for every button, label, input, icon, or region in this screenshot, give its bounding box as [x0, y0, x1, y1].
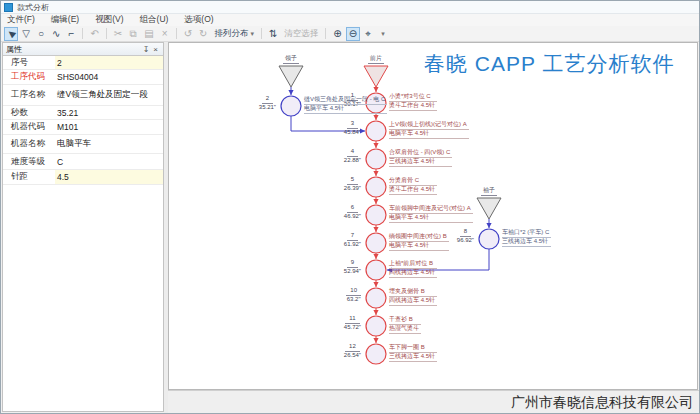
process-node-3[interactable]	[366, 121, 386, 141]
node-text-label: 埋夹及侧骨 B四线拷边车 4.5针	[389, 288, 437, 306]
property-value[interactable]: 4.5	[55, 170, 163, 184]
node-text-label: 车下脚一圈 B三线拷边车 4.5针	[389, 344, 437, 362]
pan-button[interactable]: ⌖	[361, 27, 375, 41]
status-strip: 广州市春晓信息科技有限公司	[168, 390, 699, 413]
source-triangle-src-sleeve[interactable]	[477, 198, 501, 219]
property-label: 工序代码	[3, 71, 55, 83]
process-node-5[interactable]	[366, 177, 386, 197]
arrange-dropdown-label: 排列分布	[214, 28, 248, 40]
undo-button[interactable]: ↶	[87, 27, 101, 41]
property-value[interactable]: 电脑平车	[55, 135, 163, 153]
node-seq-time-label: 761.92"	[344, 232, 361, 248]
property-row-2: 工序代码SHS04004	[3, 70, 163, 85]
property-value[interactable]: 2	[55, 56, 163, 69]
rotate-left-icon: ↺	[184, 29, 192, 39]
paste-button[interactable]: ▤	[141, 27, 156, 41]
rotate-left-button[interactable]: ↺	[181, 27, 195, 41]
property-label: 机器名称	[3, 138, 55, 150]
properties-panel-title: 属性	[6, 44, 141, 55]
company-name: 广州市春晓信息科技有限公司	[511, 394, 693, 412]
property-value[interactable]: M101	[55, 120, 163, 134]
property-row-7: 难度等级C	[3, 154, 163, 170]
process-node-6[interactable]	[366, 205, 386, 225]
node-text-label: 干查衫 B热湿气烫斗	[389, 316, 421, 334]
source-triangle-src-front[interactable]	[364, 66, 388, 87]
process-node-12[interactable]	[366, 344, 386, 364]
circle-tool-button[interactable]: ○	[34, 27, 48, 41]
properties-panel-header: 属性 ↧ ×	[3, 43, 163, 56]
process-node-4[interactable]	[366, 149, 386, 169]
elbow-line-icon: ⌐	[68, 29, 74, 39]
toolbar-separator	[261, 28, 262, 39]
toolbar-separator	[82, 28, 83, 39]
node-seq-time-label: 646.92"	[344, 204, 361, 220]
arrowhead-icon	[373, 227, 378, 232]
process-node-7[interactable]	[366, 233, 386, 253]
arrowhead-icon	[486, 223, 491, 228]
select-tool-button[interactable]: ◀	[4, 27, 18, 41]
node-seq-time-label: 952.94"	[344, 259, 361, 275]
property-value[interactable]: 缝V领三角处及固定一段	[55, 85, 163, 105]
delete-button[interactable]: ×	[158, 27, 172, 41]
menu-item-2[interactable]: 编辑(E)	[49, 14, 81, 26]
source-label: 袖子	[481, 186, 497, 196]
toolbar-separator	[325, 28, 326, 39]
property-value[interactable]: SHS04004	[55, 70, 163, 84]
property-value[interactable]: 35.21	[55, 106, 163, 119]
property-value[interactable]: C	[55, 154, 163, 169]
arrowhead-icon	[373, 171, 378, 176]
node-seq-time-label: 345.84"	[344, 120, 361, 136]
node-seq-time-label: 896.92"	[457, 228, 474, 244]
node-seq-time-label: 526.39"	[344, 176, 361, 192]
menu-item-3[interactable]: 视图(V)	[93, 14, 125, 26]
scissors-icon: ✂	[114, 29, 122, 39]
arrowhead-icon	[373, 254, 378, 259]
zoom-in-button[interactable]: ⊕	[330, 27, 344, 41]
property-label: 机器代码	[3, 121, 55, 133]
property-row-3: 工序名称缝V领三角处及固定一段	[3, 85, 163, 106]
cut-button[interactable]: ✂	[111, 27, 125, 41]
undo-icon: ↶	[90, 29, 98, 39]
pin-icon[interactable]: ↧	[141, 45, 152, 54]
property-row-6: 机器名称电脑平车	[3, 135, 163, 154]
caret-down-icon: ▾	[250, 30, 254, 37]
elbow-line-tool-button[interactable]: ⌐	[64, 27, 78, 41]
toolbar-overflow-button[interactable]: ▾	[376, 27, 390, 41]
process-node-10[interactable]	[366, 288, 386, 308]
node-text-label: 上袖*前后对位 B四线拷边车 4.5针	[389, 260, 437, 278]
property-label: 秒数	[3, 107, 55, 119]
paste-icon: ▤	[144, 29, 153, 39]
clear-selection-button[interactable]: 清空选择	[281, 27, 321, 41]
polyline-tool-button[interactable]: ∿	[49, 27, 63, 41]
property-row-5: 机器代码M101	[3, 120, 163, 135]
menu-item-1[interactable]: 文件(F)	[5, 14, 37, 26]
rotate-right-button[interactable]: ↻	[196, 27, 210, 41]
copy-icon: ⧉	[130, 29, 137, 39]
process-node-2[interactable]	[281, 96, 301, 116]
menu-item-4[interactable]: 组合(U)	[138, 14, 171, 26]
node-seq-time-label: 1226.54"	[344, 343, 361, 359]
arrowhead-icon	[373, 115, 378, 120]
diagram-canvas[interactable]: 春晓 CAPP 工艺分析软件 领子前片袖子130.17"小烫*对3号位 C烫斗工…	[168, 42, 698, 390]
node-text-label: 上V领(领上切线)(记号对位) A电脑平车 4.5针	[389, 121, 469, 139]
process-node-8[interactable]	[479, 229, 499, 249]
arrowhead-icon	[373, 199, 378, 204]
node-seq-time-label: 235.21"	[259, 95, 276, 111]
arrange-dropdown[interactable]: 排列分布▾	[211, 27, 257, 41]
triangle-tool-button[interactable]: ▽	[19, 27, 33, 41]
zoom-out-button[interactable]: ⊖	[346, 27, 360, 41]
source-triangle-src-collar[interactable]	[279, 66, 303, 87]
menu-item-5[interactable]: 选项(O)	[182, 14, 215, 26]
property-row-8: 针距4.5	[3, 170, 163, 185]
pointer-icon: ◀	[5, 28, 16, 39]
copy-button[interactable]: ⧉	[126, 27, 140, 41]
process-node-11[interactable]	[366, 316, 386, 336]
arrowhead-icon	[373, 282, 378, 287]
process-node-9[interactable]	[366, 260, 386, 280]
close-icon[interactable]: ×	[151, 45, 160, 54]
arrowhead-icon	[373, 310, 378, 315]
source-label: 前片	[368, 54, 384, 64]
align-arrows-icon: ⇅	[269, 29, 277, 39]
align-button[interactable]: ⇅	[266, 27, 280, 41]
window-title: 款式分析	[17, 2, 49, 13]
